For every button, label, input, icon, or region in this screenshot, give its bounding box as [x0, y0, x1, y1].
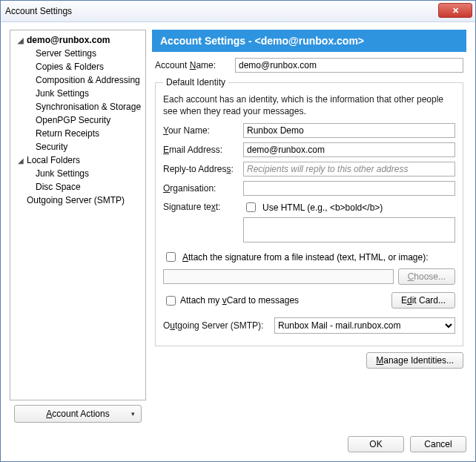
organisation-label: Organisation: — [163, 183, 243, 194]
manage-identities-button[interactable]: Manage Identities... — [366, 352, 463, 369]
panel-body: Account Name: Default Identity Each acco… — [152, 52, 466, 372]
outgoing-smtp-label: Outgoing Server (SMTP): — [163, 320, 274, 331]
chevron-down-icon: ▾ — [131, 410, 135, 418]
use-html-checkbox[interactable] — [246, 202, 256, 212]
email-label: Email Address: — [163, 145, 243, 155]
default-identity-group: Default Identity Each account has an ide… — [155, 77, 463, 346]
your-name-input[interactable] — [243, 123, 455, 138]
reply-to-input[interactable] — [243, 162, 455, 176]
outgoing-smtp-select[interactable]: Runbox Mail - mail.runbox.com — [274, 317, 455, 334]
account-settings-window: Account Settings ✕ ◢ demo@runbox.com Ser… — [0, 0, 476, 462]
settings-panel: Account Settings - <demo@runbox.com> Acc… — [152, 30, 466, 427]
edit-card-button[interactable]: Edit Card... — [391, 292, 455, 308]
reply-to-label: Reply-to Address: — [163, 164, 243, 174]
tree-item-openpgp[interactable]: OpenPGP Security — [10, 113, 145, 127]
use-html-checkbox-row[interactable]: Use HTML (e.g., <b>bold</b>) — [243, 200, 455, 214]
cancel-button[interactable]: Cancel — [410, 436, 466, 452]
chevron-down-icon: ◢ — [18, 156, 25, 165]
panel-title: Account Settings - <demo@runbox.com> — [152, 30, 466, 52]
organisation-input[interactable] — [243, 181, 455, 196]
tree-item-junk[interactable]: Junk Settings — [10, 87, 145, 100]
use-html-label: Use HTML (e.g., <b>bold</b>) — [262, 202, 383, 213]
tree-account-demo[interactable]: ◢ demo@runbox.com — [10, 33, 145, 47]
tree-account-label: demo@runbox.com — [27, 35, 110, 45]
default-identity-legend: Default Identity — [163, 77, 228, 88]
tree-item-security[interactable]: Security — [10, 140, 145, 154]
email-input[interactable] — [243, 142, 455, 157]
account-name-input[interactable] — [235, 58, 463, 73]
tree-item-copies-folders[interactable]: Copies & Folders — [10, 60, 145, 73]
attach-signature-file-label: Attach the signature from a file instead… — [182, 252, 428, 263]
attach-vcard-label: Attach my vCard to messages — [180, 295, 299, 306]
tree-item-junk-local[interactable]: Junk Settings — [10, 167, 145, 180]
ok-button[interactable]: OK — [348, 436, 404, 452]
main-row: ◢ demo@runbox.com Server Settings Copies… — [10, 30, 466, 427]
content: ◢ demo@runbox.com Server Settings Copies… — [1, 22, 475, 461]
account-tree[interactable]: ◢ demo@runbox.com Server Settings Copies… — [10, 30, 146, 400]
close-button[interactable]: ✕ — [438, 3, 472, 18]
dialog-footer: OK Cancel — [10, 427, 466, 452]
tree-item-outgoing-smtp[interactable]: Outgoing Server (SMTP) — [10, 194, 145, 207]
choose-file-button[interactable]: Choose... — [398, 268, 455, 285]
tree-item-sync-storage[interactable]: Synchronisation & Storage — [10, 100, 145, 113]
account-name-label: Account Name: — [155, 60, 235, 70]
signature-textarea[interactable] — [243, 217, 455, 242]
your-name-label: Your Name: — [163, 125, 243, 136]
attach-vcard-checkbox[interactable] — [166, 296, 176, 306]
account-actions-button[interactable]: Account Actions ▾ — [14, 405, 142, 423]
signature-file-path-input — [163, 269, 394, 284]
tree-account-label: Local Folders — [27, 155, 80, 165]
tree-account-local-folders[interactable]: ◢ Local Folders — [10, 154, 145, 167]
close-icon: ✕ — [452, 6, 459, 16]
tree-item-disc-space[interactable]: Disc Space — [10, 180, 145, 194]
titlebar: Account Settings ✕ — [1, 1, 475, 22]
tree-item-return-receipts[interactable]: Return Receipts — [10, 127, 145, 140]
account-actions-label: Account Actions — [46, 409, 109, 419]
window-title: Account Settings — [5, 6, 72, 16]
attach-signature-file-checkbox[interactable] — [166, 252, 176, 262]
identity-description: Each account has an identity, which is t… — [163, 93, 455, 117]
tree-item-server-settings[interactable]: Server Settings — [10, 47, 145, 60]
signature-text-label: Signature text: — [163, 200, 243, 212]
chevron-down-icon: ◢ — [18, 36, 25, 44]
tree-item-composition[interactable]: Composition & Addressing — [10, 73, 145, 87]
